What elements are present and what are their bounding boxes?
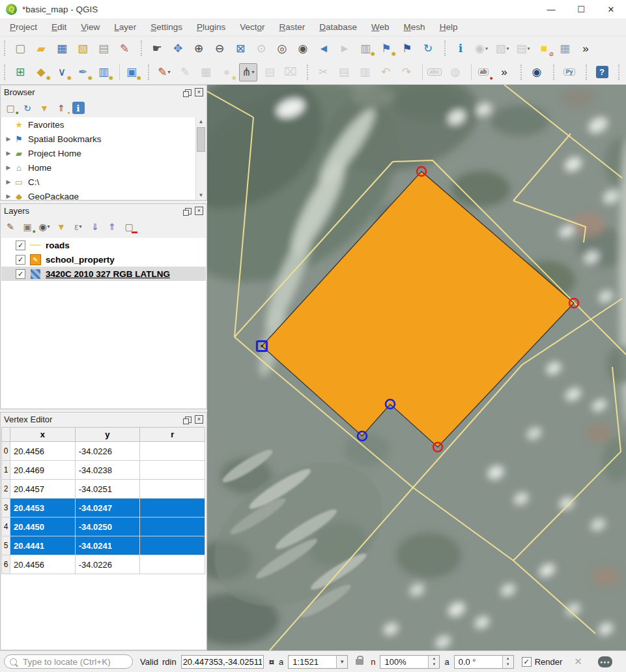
scale-value[interactable]: 1:1521	[292, 657, 336, 667]
vertex-cell-x[interactable]: 20.4453	[10, 499, 76, 518]
open-attribute-table-icon[interactable]: ▦	[556, 40, 573, 57]
properties-widget-icon[interactable]: ℹ	[71, 101, 85, 115]
scroll-thumb[interactable]	[197, 127, 205, 152]
data-source-manager-icon[interactable]: ⊞	[12, 64, 29, 81]
browser-scrollbar[interactable]: ▲ ▼	[195, 117, 206, 199]
menu-raster[interactable]: Raster	[272, 22, 313, 32]
vertex-row-header[interactable]: 4	[2, 518, 10, 536]
vertex-cell-r[interactable]	[140, 518, 205, 536]
zoom-native-icon[interactable]: ◉	[294, 40, 311, 57]
expander-icon[interactable]: ▶	[4, 150, 13, 156]
vertex-cell-y[interactable]: -34.0241	[75, 536, 140, 555]
vertex-cell-y[interactable]: -34.0226	[75, 555, 140, 574]
refresh-browser-icon[interactable]: ↻	[20, 101, 35, 115]
vertex-cell-y[interactable]: -34.0238	[75, 461, 140, 480]
coordinate-box[interactable]	[181, 655, 264, 669]
vertex-cell-x[interactable]: 20.4456	[10, 442, 76, 461]
python-console-icon[interactable]: Py	[561, 64, 578, 81]
menu-mesh[interactable]: Mesh	[397, 22, 433, 32]
vertex-cell-y[interactable]: -34.0247	[75, 499, 140, 518]
collapse-all-layers-icon[interactable]: ⇑	[105, 220, 119, 234]
vertex-row-header[interactable]: 3	[2, 499, 10, 518]
expander-icon[interactable]: ▶	[4, 179, 13, 185]
collapse-all-icon[interactable]: ⇑▪	[54, 101, 68, 115]
vertex-row-5[interactable]: 520.4441-34.0241	[2, 536, 205, 555]
menu-web[interactable]: Web	[364, 22, 397, 32]
locate-input[interactable]	[21, 656, 127, 667]
vertex-cell-r[interactable]	[140, 461, 205, 480]
zoom-last-icon[interactable]: ◄	[315, 40, 332, 57]
help-icon[interactable]: ?	[593, 64, 610, 81]
coordinate-input[interactable]	[182, 656, 263, 667]
vertex-tool-icon[interactable]: ⋔▾	[239, 63, 257, 81]
manage-map-themes-icon[interactable]: ◉▾	[37, 220, 51, 234]
vertex-cell-r[interactable]	[140, 536, 205, 555]
browser-item-c-[interactable]: ▶▭C:\	[1, 175, 206, 189]
vertex-col-x[interactable]: x	[10, 428, 76, 442]
layout-manager-icon[interactable]: ▤	[95, 40, 112, 57]
pan-map-icon[interactable]: ☛	[149, 40, 165, 57]
browser-item-geopackage[interactable]: ▶◆GeoPackage	[1, 189, 206, 199]
expand-all-icon[interactable]: ⇓	[88, 220, 102, 234]
identify-features-icon[interactable]: ℹ	[452, 40, 469, 57]
expander-icon[interactable]: ▶	[4, 136, 13, 142]
render-toggle[interactable]: ✓ Render	[522, 657, 563, 667]
open-project-icon[interactable]: ▰	[33, 40, 50, 57]
rotation-value[interactable]: 0.0 °	[459, 657, 502, 667]
vertex-cell-x[interactable]: 20.4456	[10, 555, 76, 574]
browser-item-home[interactable]: ▶⌂Home	[1, 160, 206, 175]
expander-icon[interactable]: ▶	[4, 164, 13, 171]
vertex-table[interactable]: xyr020.4456-34.0226120.4469-34.0238220.4…	[1, 427, 205, 574]
magnifier-down-icon[interactable]: ▼	[429, 662, 439, 668]
browser-close-icon[interactable]: ×	[195, 88, 203, 96]
scroll-down-icon[interactable]: ▼	[196, 191, 206, 199]
layer-item-3420c-2010-327-rgb-latlng[interactable]: ✓3420C 2010 327 RGB LATLNG	[1, 267, 206, 281]
new-spatialite-layer-icon[interactable]: ✒✱	[74, 64, 91, 81]
add-selected-layers-icon[interactable]: ▢●	[3, 101, 18, 115]
new-project-icon[interactable]: ▢	[12, 40, 29, 57]
vertex-editor-close-icon[interactable]: ×	[195, 415, 203, 424]
new-spatial-bookmark-icon[interactable]: ⚑✱	[378, 40, 395, 57]
extents-toggle-icon[interactable]: ¤	[269, 656, 274, 667]
layers-close-icon[interactable]: ×	[195, 207, 203, 215]
vertex-row-header[interactable]: 1	[2, 461, 10, 480]
new-shapefile-layer-icon[interactable]: ∨✱	[53, 64, 70, 81]
vertex-cell-x[interactable]: 20.4469	[10, 461, 76, 480]
filter-legend-icon[interactable]: ▼	[54, 220, 68, 234]
scale-dropdown-icon[interactable]: ▼	[337, 656, 347, 668]
vertex-row-4[interactable]: 420.4450-34.0250	[2, 518, 205, 536]
vertex-row-header[interactable]: 0	[2, 442, 10, 461]
layer-visibility-checkbox[interactable]: ✓	[16, 269, 25, 279]
pan-to-selection-icon[interactable]: ✥	[169, 40, 186, 57]
toolbar-overflow-2-icon[interactable]: »	[496, 64, 513, 81]
form-annotation-icon[interactable]: ■⊘	[535, 40, 552, 57]
layer-visibility-checkbox[interactable]: ✓	[16, 255, 25, 265]
scale-combo[interactable]: 1:1521 ▼	[288, 655, 348, 669]
scale-lock-icon[interactable]	[356, 659, 363, 665]
browser-item-project-home[interactable]: ▶▰Project Home	[1, 146, 206, 160]
zoom-in-icon[interactable]: ⊕	[190, 40, 207, 57]
vertex-cell-r[interactable]	[140, 555, 205, 574]
vertex-col-r[interactable]: r	[140, 428, 205, 442]
new-geopackage-layer-icon[interactable]: ◆✱	[33, 64, 50, 81]
minimize-button[interactable]: —	[536, 0, 566, 18]
browser-float-icon[interactable]	[185, 89, 192, 96]
add-group-icon[interactable]: ▣●	[20, 220, 35, 234]
new-temporary-scratch-layer-icon[interactable]: ▥✱	[95, 64, 112, 81]
vertex-cell-r[interactable]	[140, 442, 205, 461]
show-spatial-bookmarks-icon[interactable]: ⚑	[399, 40, 416, 57]
magnifier-spinner[interactable]: 100% ▲▼	[380, 655, 440, 669]
menu-vector[interactable]: Vector	[233, 22, 272, 32]
menu-help[interactable]: Help	[433, 22, 465, 32]
menu-database[interactable]: Database	[312, 22, 364, 32]
new-map-view-icon[interactable]: ▥✱	[357, 40, 374, 57]
vertex-row-0[interactable]: 020.4456-34.0226	[2, 442, 205, 461]
metasearch-icon[interactable]: ◉	[528, 64, 545, 81]
vertex-cell-y[interactable]: -34.0251	[75, 480, 140, 499]
open-layer-styling-icon[interactable]: ✎	[3, 220, 18, 234]
menu-view[interactable]: View	[74, 22, 107, 32]
vertex-cell-y[interactable]: -34.0226	[75, 442, 140, 461]
filter-browser-icon[interactable]: ▼	[37, 101, 51, 115]
rotation-spinner[interactable]: 0.0 ° ▲▼	[454, 655, 514, 669]
vertex-cell-x[interactable]: 20.4450	[10, 518, 76, 536]
